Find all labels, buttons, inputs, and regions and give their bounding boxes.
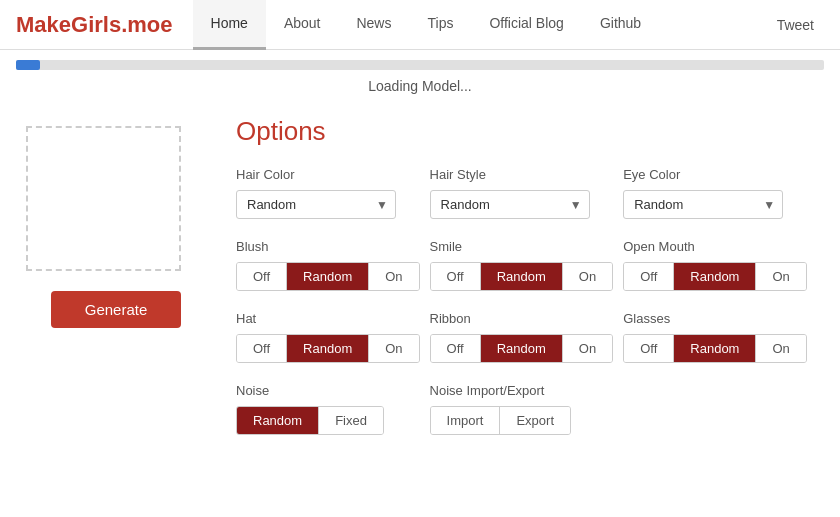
progress-bar-inner	[16, 60, 40, 70]
main-content: Generate Options Hair Color Random Blond…	[0, 106, 840, 445]
nav-item-official-blog[interactable]: Official Blog	[471, 0, 581, 50]
smile-on-button[interactable]: On	[563, 263, 612, 290]
open-mouth-random-button[interactable]: Random	[674, 263, 756, 290]
navbar: MakeGirls.moe Home About News Tips Offic…	[0, 0, 840, 50]
nav-links: Home About News Tips Official Blog Githu…	[193, 0, 824, 50]
hair-style-group: Hair Style Random Short Long Twintails P…	[430, 167, 614, 219]
options-title: Options	[236, 116, 807, 147]
nav-item-news[interactable]: News	[338, 0, 409, 50]
ribbon-random-button[interactable]: Random	[481, 335, 563, 362]
hat-group: Hat Off Random On	[236, 311, 420, 363]
ribbon-label: Ribbon	[430, 311, 614, 326]
hair-color-dropdown-wrapper: Random Blonde Brown Black Red Blue Pink …	[236, 190, 396, 219]
open-mouth-off-button[interactable]: Off	[624, 263, 674, 290]
generate-button[interactable]: Generate	[51, 291, 181, 328]
smile-btn-group: Off Random On	[430, 262, 614, 291]
blush-off-button[interactable]: Off	[237, 263, 287, 290]
nav-item-github[interactable]: Github	[582, 0, 659, 50]
noise-label: Noise	[236, 383, 420, 398]
open-mouth-btn-group: Off Random On	[623, 262, 807, 291]
hair-style-select[interactable]: Random Short Long Twintails Ponytail	[430, 190, 590, 219]
blush-btn-group: Off Random On	[236, 262, 420, 291]
eye-color-label: Eye Color	[623, 167, 807, 182]
options-panel: Options Hair Color Random Blonde Brown B…	[216, 116, 827, 435]
ribbon-btn-group: Off Random On	[430, 334, 614, 363]
noise-import-export-label: Noise Import/Export	[430, 383, 614, 398]
glasses-label: Glasses	[623, 311, 807, 326]
smile-off-button[interactable]: Off	[431, 263, 481, 290]
smile-random-button[interactable]: Random	[481, 263, 563, 290]
ribbon-on-button[interactable]: On	[563, 335, 612, 362]
image-placeholder	[26, 126, 181, 271]
glasses-on-button[interactable]: On	[756, 335, 805, 362]
progress-bar-outer	[16, 60, 824, 70]
hat-btn-group: Off Random On	[236, 334, 420, 363]
nav-item-home[interactable]: Home	[193, 0, 266, 50]
blush-label: Blush	[236, 239, 420, 254]
glasses-group: Glasses Off Random On	[623, 311, 807, 363]
eye-color-select[interactable]: Random Brown Blue Green Red Purple Yello…	[623, 190, 783, 219]
noise-group: Noise Random Fixed	[236, 383, 420, 435]
left-panel: Generate	[16, 116, 216, 435]
glasses-random-button[interactable]: Random	[674, 335, 756, 362]
noise-row: Noise Random Fixed Noise Import/Export I…	[236, 383, 807, 435]
hair-style-dropdown-wrapper: Random Short Long Twintails Ponytail ▼	[430, 190, 590, 219]
blush-group: Blush Off Random On	[236, 239, 420, 291]
hair-color-select[interactable]: Random Blonde Brown Black Red Blue Pink …	[236, 190, 396, 219]
noise-import-button[interactable]: Import	[431, 407, 501, 434]
open-mouth-group: Open Mouth Off Random On	[623, 239, 807, 291]
open-mouth-label: Open Mouth	[623, 239, 807, 254]
hair-style-label: Hair Style	[430, 167, 614, 182]
nav-item-about[interactable]: About	[266, 0, 339, 50]
hat-off-button[interactable]: Off	[237, 335, 287, 362]
blush-random-button[interactable]: Random	[287, 263, 369, 290]
eye-color-dropdown-wrapper: Random Brown Blue Green Red Purple Yello…	[623, 190, 783, 219]
noise-random-button[interactable]: Random	[237, 407, 319, 434]
brand[interactable]: MakeGirls.moe	[16, 12, 173, 38]
hair-color-group: Hair Color Random Blonde Brown Black Red…	[236, 167, 420, 219]
noise-btn-group: Random Fixed	[236, 406, 384, 435]
progress-container	[0, 50, 840, 70]
noise-import-export-group: Noise Import/Export Import Export	[430, 383, 614, 435]
hair-color-label: Hair Color	[236, 167, 420, 182]
glasses-btn-group: Off Random On	[623, 334, 807, 363]
smile-group: Smile Off Random On	[430, 239, 614, 291]
eye-color-group: Eye Color Random Brown Blue Green Red Pu…	[623, 167, 807, 219]
smile-label: Smile	[430, 239, 614, 254]
open-mouth-on-button[interactable]: On	[756, 263, 805, 290]
hat-on-button[interactable]: On	[369, 335, 418, 362]
glasses-off-button[interactable]: Off	[624, 335, 674, 362]
loading-text: Loading Model...	[0, 70, 840, 106]
options-grid: Hair Color Random Blonde Brown Black Red…	[236, 167, 807, 363]
hat-label: Hat	[236, 311, 420, 326]
blush-on-button[interactable]: On	[369, 263, 418, 290]
nav-item-tips[interactable]: Tips	[409, 0, 471, 50]
nav-tweet[interactable]: Tweet	[767, 0, 824, 50]
hat-random-button[interactable]: Random	[287, 335, 369, 362]
noise-fixed-button[interactable]: Fixed	[319, 407, 383, 434]
ribbon-off-button[interactable]: Off	[431, 335, 481, 362]
noise-export-button[interactable]: Export	[500, 407, 570, 434]
ribbon-group: Ribbon Off Random On	[430, 311, 614, 363]
noise-import-export-btn-group: Import Export	[430, 406, 571, 435]
